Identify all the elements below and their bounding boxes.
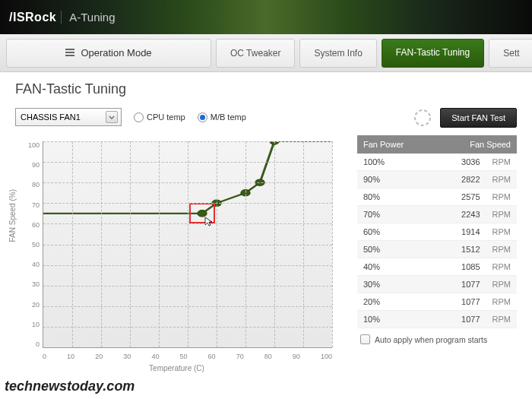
fan-speed-table: Fan Power Fan Speed 100%3036RPM90%2822RP…: [357, 135, 517, 328]
table-row: 40%1085RPM: [357, 258, 517, 276]
grid-icon: [65, 49, 74, 58]
page-title: FAN-Tastic Tuning: [15, 81, 517, 97]
auto-apply-checkbox[interactable]: [360, 334, 370, 344]
table-row: 30%1077RPM: [357, 276, 517, 293]
tab-settings[interactable]: Sett: [489, 39, 532, 68]
svg-point-5: [415, 110, 430, 125]
fan-curve-chart[interactable]: FAN Speed (%) 1009080706050403020100 010…: [15, 135, 338, 371]
x-ticks: 0102030405060708090100: [43, 353, 332, 360]
auto-apply-label: Auto apply when program starts: [375, 335, 487, 344]
radio-icon: [198, 112, 207, 122]
brand-logo: /ISRock: [9, 11, 56, 24]
spinner-icon: [413, 108, 432, 128]
radio-mb-temp[interactable]: M/B temp: [198, 112, 246, 122]
fan-select-dropdown[interactable]: CHASSIS FAN1: [15, 108, 122, 126]
chevron-down-icon: [106, 111, 118, 123]
table-row: 60%1914RPM: [357, 223, 517, 241]
x-axis-label: Temperature (C): [149, 364, 204, 372]
radio-icon: [134, 112, 144, 122]
tab-oc-tweaker[interactable]: OC Tweaker: [216, 39, 295, 68]
tab-bar: Operation Mode OC Tweaker System Info FA…: [0, 34, 532, 72]
col-fan-speed: Fan Speed: [439, 135, 517, 154]
tab-system-info[interactable]: System Info: [299, 39, 376, 68]
table-row: 20%1077RPM: [357, 293, 517, 311]
table-row: 70%2243RPM: [357, 206, 517, 223]
col-fan-power: Fan Power: [357, 135, 439, 154]
start-fan-test-button[interactable]: Start FAN Test: [440, 108, 517, 128]
app-name: A-Tuning: [61, 11, 115, 24]
y-axis-label: FAN Speed (%): [8, 189, 17, 242]
table-row: 50%1512RPM: [357, 241, 517, 258]
watermark: technewstoday.com: [5, 378, 135, 394]
tab-operation-mode[interactable]: Operation Mode: [6, 39, 211, 68]
app-header: /ISRock A-Tuning: [0, 0, 532, 34]
radio-cpu-temp[interactable]: CPU temp: [134, 112, 185, 122]
table-row: 10%1077RPM: [357, 311, 517, 328]
tab-fantastic-tuning[interactable]: FAN-Tastic Tuning: [382, 39, 484, 68]
y-ticks: 1009080706050403020100: [23, 141, 40, 348]
table-row: 90%2822RPM: [357, 171, 517, 188]
table-row: 80%2575RPM: [357, 188, 517, 206]
table-row: 100%3036RPM: [357, 154, 517, 171]
cursor-icon: [204, 216, 214, 226]
